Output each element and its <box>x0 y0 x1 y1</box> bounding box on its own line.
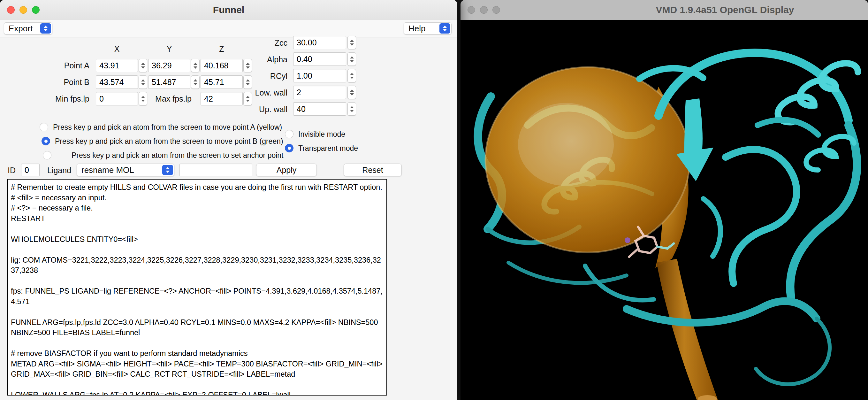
point-b-x-stepper[interactable] <box>138 75 147 89</box>
popup-updown-icon <box>40 23 51 34</box>
help-menu-label: Help <box>408 24 425 34</box>
help-menu[interactable]: Help <box>404 22 452 34</box>
ligand-selection-value: resname MOL <box>82 165 134 175</box>
stepper-down-icon[interactable] <box>350 43 354 46</box>
point-a-label: Point A <box>38 60 89 71</box>
up-wall-label: Up. wall <box>220 104 287 115</box>
alpha-label: Alpha <box>220 54 287 65</box>
stepper-up-icon[interactable] <box>350 56 354 58</box>
reset-button[interactable]: Reset <box>344 163 402 176</box>
zcc-stepper[interactable] <box>347 36 356 49</box>
vmd-opengl-window: VMD 1.9.4a51 OpenGL Display <box>461 0 868 400</box>
stepper-up-icon[interactable] <box>350 89 354 92</box>
vmd-titlebar[interactable]: VMD 1.9.4a51 OpenGL Display <box>461 0 868 20</box>
alpha-stepper[interactable] <box>347 52 356 66</box>
stepper-down-icon[interactable] <box>193 83 197 85</box>
header-y: Y <box>147 43 192 54</box>
radio-transparent-mode[interactable] <box>285 144 293 152</box>
stepper-down-icon[interactable] <box>246 83 250 85</box>
popup-updown-icon <box>162 165 173 175</box>
molecule-scene <box>461 20 868 400</box>
ligand-extra-field[interactable] <box>180 163 252 176</box>
zcc-label: Zcc <box>220 37 287 48</box>
header-x: X <box>95 43 139 54</box>
stepper-up-icon[interactable] <box>350 106 354 108</box>
stepper-up-icon[interactable] <box>193 79 197 82</box>
stepper-up-icon[interactable] <box>350 73 354 75</box>
funnel-titlebar[interactable]: Funnel <box>0 0 457 20</box>
plumed-config-textarea[interactable]: # Remember to create empty HILLS and COL… <box>7 179 387 396</box>
stepper-up-icon[interactable] <box>141 63 145 65</box>
min-fps-field[interactable]: 0 <box>96 92 138 105</box>
minimize-icon[interactable] <box>480 6 488 14</box>
max-fps-label: Max fps.lp <box>144 93 192 104</box>
funnel-window: Funnel Export Help X Y Z Point A 43.91 3… <box>0 0 457 400</box>
radio-anchor-point[interactable] <box>43 151 52 159</box>
funnel-window-title: Funnel <box>0 4 457 16</box>
radio-move-point-a-label: Press key p and pick an atom from the sc… <box>53 122 282 132</box>
vmd-window-title: VMD 1.9.4a51 OpenGL Display <box>656 4 794 16</box>
alpha-field[interactable]: 0.40 <box>293 52 346 66</box>
stepper-down-icon[interactable] <box>350 110 354 112</box>
stepper-down-icon[interactable] <box>350 93 354 95</box>
popup-updown-icon <box>439 23 450 34</box>
funnel-overlay <box>486 67 718 400</box>
ligand-label: Ligand <box>47 165 71 176</box>
radio-anchor-point-label: Press key p and pick an atom from the sc… <box>71 151 284 160</box>
export-menu-label: Export <box>9 24 33 34</box>
stepper-down-icon[interactable] <box>246 66 250 69</box>
point-a-y-stepper[interactable] <box>191 59 199 72</box>
stepper-down-icon[interactable] <box>350 60 354 62</box>
zoom-icon[interactable] <box>492 6 500 14</box>
point-b-y-field[interactable]: 51.487 <box>148 75 190 89</box>
stepper-up-icon[interactable] <box>141 79 145 82</box>
ligand-purple-atom <box>625 237 630 243</box>
apply-button[interactable]: Apply <box>256 163 317 176</box>
point-a-y-field[interactable]: 36.29 <box>148 59 190 72</box>
radio-move-point-a[interactable] <box>40 123 48 131</box>
radio-move-point-b-label: Press key p and pick an atom from the sc… <box>55 136 283 146</box>
traffic-lights <box>468 6 500 14</box>
id-label: ID <box>8 165 16 176</box>
rcyl-field[interactable]: 1.00 <box>293 69 346 83</box>
stepper-down-icon[interactable] <box>246 100 250 102</box>
export-menu[interactable]: Export <box>4 22 52 34</box>
radio-invisible-mode-label: Invisible mode <box>298 129 345 139</box>
stepper-down-icon[interactable] <box>141 83 145 85</box>
point-b-label: Point B <box>38 77 89 88</box>
close-icon[interactable] <box>468 6 475 14</box>
molecule-viewport[interactable] <box>461 20 868 400</box>
point-b-x-field[interactable]: 43.574 <box>96 75 138 89</box>
point-a-x-field[interactable]: 43.91 <box>96 59 138 72</box>
id-field[interactable]: 0 <box>21 163 40 176</box>
radio-invisible-mode[interactable] <box>285 130 293 139</box>
stepper-down-icon[interactable] <box>141 66 145 69</box>
up-wall-field[interactable]: 40 <box>293 102 346 116</box>
up-wall-stepper[interactable] <box>347 102 356 116</box>
min-fps-label: Min fps.lp <box>29 93 89 104</box>
rcyl-stepper[interactable] <box>347 69 356 83</box>
low-wall-field[interactable]: 2 <box>293 86 346 99</box>
radio-move-point-b[interactable] <box>41 137 50 145</box>
stepper-up-icon[interactable] <box>350 40 354 42</box>
stepper-down-icon[interactable] <box>193 66 197 69</box>
low-wall-label: Low. wall <box>220 87 287 98</box>
stepper-down-icon[interactable] <box>350 77 354 79</box>
rcyl-label: RCyl <box>220 71 287 82</box>
point-b-y-stepper[interactable] <box>191 75 199 89</box>
radio-transparent-mode-label: Transparent mode <box>298 144 358 153</box>
ligand-selection-dropdown[interactable]: resname MOL <box>76 163 174 176</box>
stepper-up-icon[interactable] <box>193 63 197 65</box>
low-wall-stepper[interactable] <box>347 86 356 99</box>
funnel-menubar <box>0 20 457 37</box>
zcc-field[interactable]: 30.00 <box>293 36 346 49</box>
point-a-x-stepper[interactable] <box>138 59 147 72</box>
